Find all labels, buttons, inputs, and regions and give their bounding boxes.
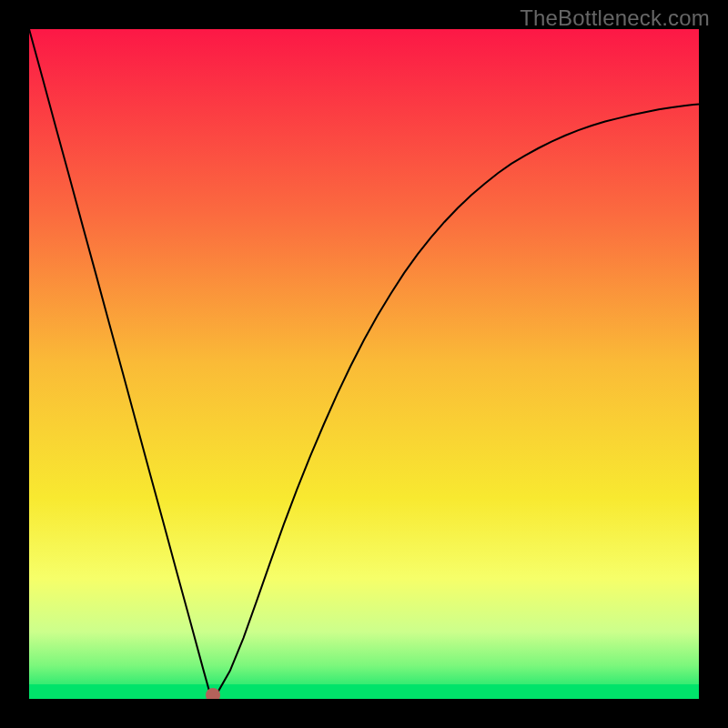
curve-svg <box>29 29 699 699</box>
minimum-marker <box>206 688 220 699</box>
watermark-text: TheBottleneck.com <box>520 5 710 31</box>
chart-frame: TheBottleneck.com <box>0 0 728 728</box>
bottleneck-curve <box>29 29 699 694</box>
plot-area <box>29 29 699 699</box>
